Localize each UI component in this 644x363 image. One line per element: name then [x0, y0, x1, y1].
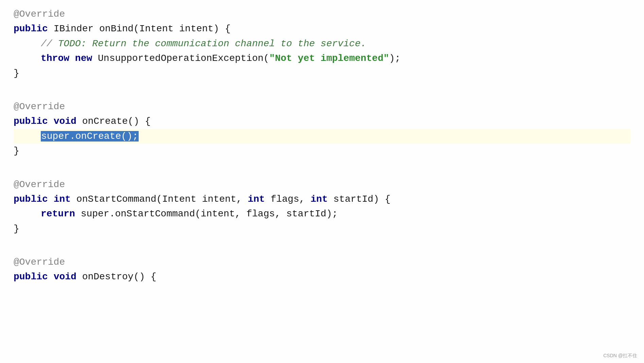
- annotation-override-1: @Override: [14, 7, 630, 21]
- watermark: CSDN @扛不住: [603, 352, 637, 360]
- annotation-override-3: @Override: [14, 177, 630, 192]
- method-signature-onstartcommand: public int onStartCommand(Intent intent,…: [14, 192, 630, 207]
- annotation-override-4: @Override: [14, 255, 630, 269]
- comment-todo: // TODO: Return the communication channe…: [14, 36, 630, 51]
- spacer-3: [14, 236, 630, 255]
- method-signature-oncreate: public void onCreate() {: [14, 114, 630, 129]
- spacer-1: [14, 81, 630, 99]
- close-brace-2: }: [14, 144, 630, 158]
- method-signature-onbind: public IBinder onBind(Intent intent) {: [14, 21, 630, 36]
- code-block-oncreate: @Override public void onCreate() { super…: [14, 99, 630, 159]
- return-statement: return super.onStartCommand(intent, flag…: [14, 207, 630, 221]
- code-editor: @Override public IBinder onBind(Intent i…: [0, 0, 644, 363]
- throw-statement: throw new UnsupportedOperationException(…: [14, 51, 630, 66]
- ondestroy-body: [14, 284, 630, 299]
- code-block-onstartcommand: @Override public int onStartCommand(Inte…: [14, 177, 630, 236]
- code-block-onbind: @Override public IBinder onBind(Intent i…: [14, 7, 630, 81]
- close-brace-1: }: [14, 66, 630, 81]
- annotation-override-2: @Override: [14, 99, 630, 114]
- close-brace-3: }: [14, 221, 630, 236]
- spacer-2: [14, 159, 630, 177]
- code-block-ondestroy: @Override public void onDestroy() {: [14, 255, 630, 299]
- super-oncreate-line: super.onCreate();: [14, 129, 630, 144]
- method-signature-ondestroy: public void onDestroy() {: [14, 269, 630, 284]
